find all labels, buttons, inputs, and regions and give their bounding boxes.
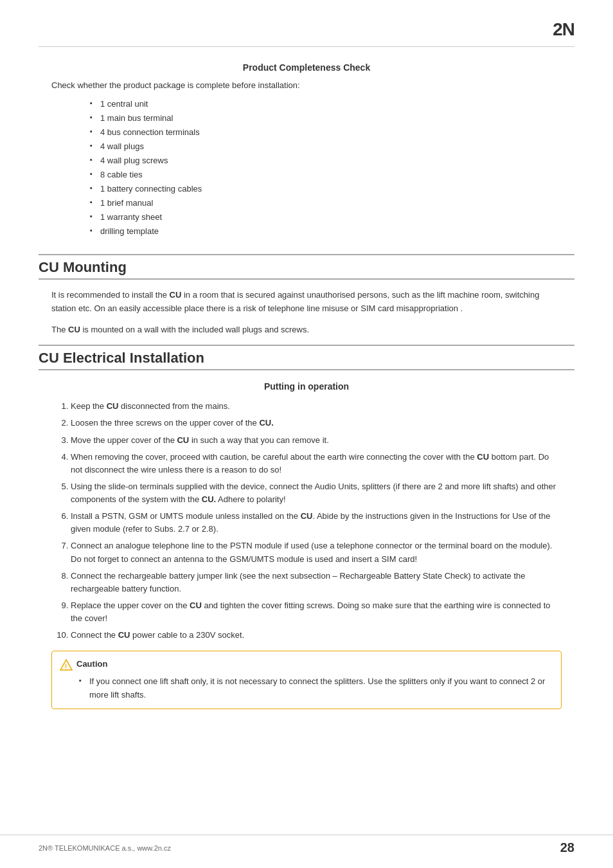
cu-electrical-section: CU Electrical Installation Putting in op… bbox=[39, 345, 574, 709]
page-header: 2N bbox=[39, 19, 574, 47]
step-item-2: Loosen the three screws on the upper cov… bbox=[71, 417, 562, 429]
step-item-3: Move the upper cover of the CU in such a… bbox=[71, 434, 562, 447]
step-item-1: Keep the CU disconnected from the mains. bbox=[71, 400, 562, 413]
list-item: drilling template bbox=[90, 224, 562, 239]
cu-mounting-section: CU Mounting It is recommended to install… bbox=[39, 254, 574, 336]
mounting-paragraph-0: It is recommended to install the CU in a… bbox=[51, 289, 562, 316]
list-item: 1 central unit bbox=[90, 97, 562, 111]
mounting-paragraph-1: The CU is mounted on a wall with the inc… bbox=[51, 323, 562, 337]
list-item: 1 main bus terminal bbox=[90, 111, 562, 125]
list-item: 8 cable ties bbox=[90, 168, 562, 182]
svg-text:!: ! bbox=[65, 663, 67, 669]
step-item-9: Replace the upper cover on the CU and ti… bbox=[71, 599, 562, 625]
page: 2N Product Completeness Check Check whet… bbox=[0, 0, 613, 868]
cu-mounting-title: CU Mounting bbox=[39, 259, 127, 275]
cu-mounting-header: CU Mounting bbox=[39, 254, 574, 280]
footer-company: 2N® TELEKOMUNIKACE a.s., www.2n.cz bbox=[39, 844, 171, 852]
list-item: 1 battery connecting cables bbox=[90, 182, 562, 196]
caution-header: ! Caution bbox=[60, 658, 551, 671]
step-item-5: Using the slide-on terminals supplied wi… bbox=[71, 480, 562, 506]
logo: 2N bbox=[553, 19, 574, 40]
product-check-intro: Check whether the product package is com… bbox=[51, 79, 562, 92]
step-item-7: Connect an analogue telephone line to th… bbox=[71, 539, 562, 565]
page-number: 28 bbox=[560, 840, 574, 855]
caution-box: ! Caution If you connect one lift shaft … bbox=[51, 651, 562, 709]
step-item-8: Connect the rechargeable battery jumper … bbox=[71, 570, 562, 595]
step-item-10: Connect the CU power cable to a 230V soc… bbox=[71, 629, 562, 642]
cu-mounting-body: It is recommended to install the CU in a… bbox=[39, 289, 574, 336]
product-check-section: Product Completeness Check Check whether… bbox=[39, 62, 574, 239]
putting-in-operation-title: Putting in operation bbox=[51, 379, 562, 393]
cu-electrical-body: Putting in operation Keep the CU disconn… bbox=[39, 379, 574, 709]
caution-list: If you connect one lift shaft only, it i… bbox=[60, 675, 551, 702]
step-item-4: When removing the cover, proceed with ca… bbox=[71, 451, 562, 476]
steps-list: Keep the CU disconnected from the mains.… bbox=[51, 400, 562, 642]
step-item-6: Install a PSTN, GSM or UMTS module unles… bbox=[71, 510, 562, 536]
caution-item: If you connect one lift shaft only, it i… bbox=[79, 675, 551, 702]
cu-electrical-title: CU Electrical Installation bbox=[39, 350, 204, 366]
cu-electrical-header: CU Electrical Installation bbox=[39, 345, 574, 370]
page-footer: 2N® TELEKOMUNIKACE a.s., www.2n.cz 28 bbox=[0, 835, 613, 855]
caution-icon: ! bbox=[60, 658, 73, 671]
list-item: 4 bus connection terminals bbox=[90, 125, 562, 140]
list-item: 4 wall plug screws bbox=[90, 154, 562, 168]
list-item: 1 warranty sheet bbox=[90, 210, 562, 224]
list-item: 4 wall plugs bbox=[90, 140, 562, 154]
caution-label: Caution bbox=[76, 658, 107, 671]
product-check-title: Product Completeness Check bbox=[51, 62, 562, 73]
product-check-list: 1 central unit1 main bus terminal4 bus c… bbox=[51, 97, 562, 239]
list-item: 1 brief manual bbox=[90, 196, 562, 210]
